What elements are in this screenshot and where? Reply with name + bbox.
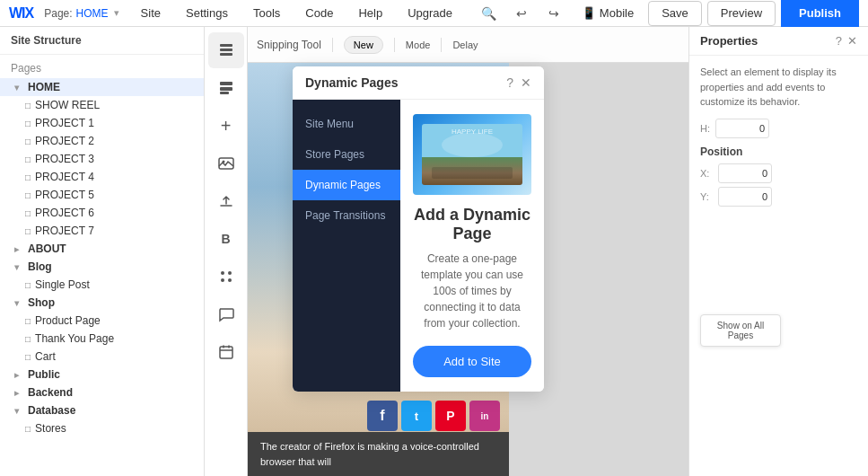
sidebar-item-project2[interactable]: □ PROJECT 2 (0, 132, 204, 150)
notification-bar: The creator of Firefox is making a voice… (248, 432, 509, 476)
sidebar-item-shop[interactable]: ▾ Shop (0, 294, 204, 312)
svg-point-9 (228, 271, 232, 275)
sidebar-item-stores[interactable]: □ Stores (0, 419, 204, 437)
expand-icon: ▸ (14, 244, 23, 254)
sidebar-item-database[interactable]: ▾ Database (0, 401, 204, 419)
properties-panel: Properties ? ✕ Select an element to disp… (688, 27, 868, 476)
top-nav: Site Settings Tools Code Help Upgrade (128, 0, 476, 27)
modal-title: Dynamic Pages (305, 75, 399, 90)
snip-new-btn[interactable]: New (344, 36, 383, 54)
page-icon: □ (25, 101, 31, 110)
nav-settings[interactable]: Settings (173, 0, 241, 27)
modal-close-btn[interactable]: ✕ (521, 75, 531, 90)
sidebar-item-product-page[interactable]: □ Product Page (0, 312, 204, 330)
svg-rect-5 (220, 92, 229, 94)
sidebar-item-project6[interactable]: □ PROJECT 6 (0, 204, 204, 222)
upload-tool[interactable] (208, 183, 244, 219)
expand-icon: ▸ (14, 370, 23, 380)
sidebar-item-backend[interactable]: ▸ Backend (0, 383, 204, 401)
svg-rect-1 (220, 48, 232, 51)
separator2 (394, 38, 395, 52)
expand-icon: ▾ (14, 298, 23, 308)
add-to-site-btn[interactable]: Add to Site (413, 346, 531, 377)
page-icon: □ (25, 190, 31, 200)
sidebar-item-public[interactable]: ▸ Public (0, 366, 204, 383)
save-button[interactable]: Save (648, 1, 702, 26)
main-layout: Site Structure Pages ▾ HOME □ SHOW REEL … (0, 27, 868, 476)
modal-help-btn[interactable]: ? (506, 75, 513, 90)
sidebar-item-single-post[interactable]: □ Single Post (0, 276, 204, 294)
redo-button[interactable]: ↪ (540, 0, 567, 27)
tree-label-home: HOME (28, 81, 60, 93)
page-icon: □ (25, 424, 31, 434)
h-field-input[interactable] (715, 119, 769, 138)
nav-code[interactable]: Code (293, 0, 346, 27)
mobile-icon: 📱 (582, 6, 596, 20)
snipping-tool-bar: Snipping Tool New Mode Delay (248, 27, 688, 63)
facebook-icon: f (367, 401, 398, 431)
nav-upgrade[interactable]: Upgrade (395, 0, 465, 27)
page-name[interactable]: HOME (76, 7, 109, 20)
breadcrumb-arrow: ▾ (114, 7, 119, 19)
modal-nav-store-pages[interactable]: Store Pages (293, 139, 400, 170)
layers-tool[interactable] (208, 70, 244, 106)
expand-icon: ▾ (14, 262, 23, 272)
expand-icon: ▸ (14, 388, 23, 398)
social-icons-row: f t P in (367, 401, 500, 431)
icon-toolbar: + B (205, 27, 248, 476)
modal-preview-image: HAPPY LIFE (413, 114, 531, 195)
page-icon: □ (25, 352, 31, 362)
svg-rect-4 (220, 87, 232, 91)
sidebar-item-show-reel[interactable]: □ SHOW REEL (0, 96, 204, 114)
sidebar-item-project1[interactable]: □ PROJECT 1 (0, 114, 204, 132)
modal-nav-dynamic-pages[interactable]: Dynamic Pages (293, 170, 400, 200)
sidebar-item-blog[interactable]: ▾ Blog (0, 258, 204, 276)
mode-label: Mode (406, 40, 431, 50)
page-icon: □ (25, 280, 31, 290)
chat-tool[interactable] (208, 296, 244, 332)
publish-button[interactable]: Publish (781, 0, 859, 27)
y-label: Y: (700, 191, 713, 202)
svg-point-11 (228, 278, 232, 282)
page-icon: □ (25, 316, 31, 326)
media-tool[interactable] (208, 145, 244, 181)
undo-button[interactable]: ↩ (508, 0, 535, 27)
sidebar-item-cart[interactable]: □ Cart (0, 348, 204, 366)
panel-help-btn[interactable]: ? (836, 34, 842, 48)
separator (332, 38, 333, 52)
show-on-all-pages-btn[interactable]: Show on All Pages (700, 314, 781, 347)
nav-help[interactable]: Help (346, 0, 395, 27)
apps-tool[interactable] (208, 259, 244, 295)
mobile-button[interactable]: 📱 Mobile (573, 0, 643, 27)
sidebar-item-thank-you[interactable]: □ Thank You Page (0, 330, 204, 348)
blog-tool[interactable]: B (208, 221, 244, 257)
svg-point-8 (221, 271, 224, 275)
properties-title: Properties (700, 34, 758, 48)
panel-close-btn[interactable]: ✕ (847, 34, 857, 48)
top-bar: WIX Page: HOME ▾ Site Settings Tools Cod… (0, 0, 868, 27)
calendar-tool[interactable] (208, 334, 244, 370)
panel-body: Select an element to display its propert… (689, 56, 868, 356)
notification-text: The creator of Firefox is making a voice… (260, 441, 479, 467)
sidebar-item-project4[interactable]: □ PROJECT 4 (0, 168, 204, 186)
modal-nav-page-transitions[interactable]: Page Transitions (293, 200, 400, 231)
page-icon: □ (25, 137, 31, 146)
nav-site[interactable]: Site (128, 0, 173, 27)
modal-content: HAPPY LIFE Add a Dynamic Page Create a o… (400, 100, 544, 392)
modal-nav-site-menu[interactable]: Site Menu (293, 109, 400, 139)
preview-button[interactable]: Preview (707, 1, 776, 26)
sidebar-item-project7[interactable]: □ PROJECT 7 (0, 222, 204, 240)
sidebar-item-project3[interactable]: □ PROJECT 3 (0, 150, 204, 168)
pages-tool[interactable] (208, 32, 244, 68)
x-field-input[interactable] (718, 163, 772, 183)
h-field-row: H: (700, 119, 857, 138)
y-field-input[interactable] (718, 187, 772, 207)
sidebar-item-about[interactable]: ▸ ABOUT (0, 240, 204, 258)
search-button[interactable]: 🔍 (476, 0, 503, 27)
nav-tools[interactable]: Tools (241, 0, 293, 27)
x-label: X: (700, 168, 713, 179)
sidebar-item-project5[interactable]: □ PROJECT 5 (0, 186, 204, 204)
add-tool[interactable]: + (208, 108, 244, 144)
twitter-icon: t (401, 401, 432, 431)
sidebar-item-home[interactable]: ▾ HOME (0, 78, 204, 96)
